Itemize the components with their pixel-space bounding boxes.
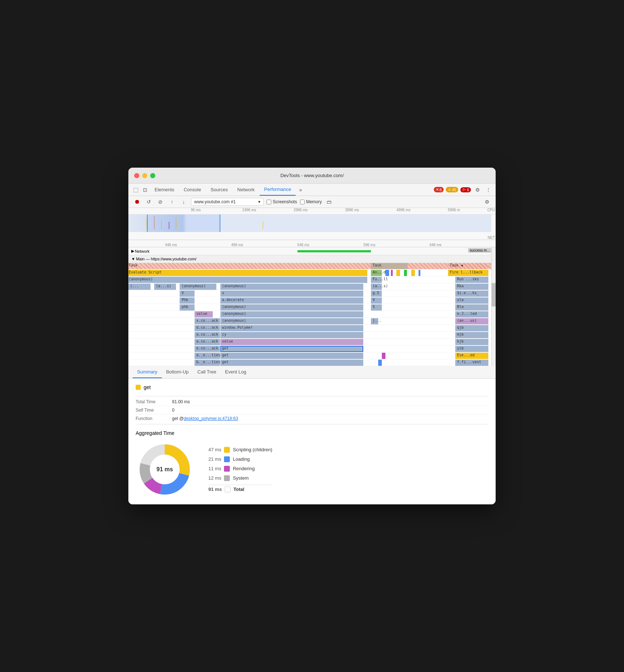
tab-bottom-up[interactable]: Bottom-Up: [162, 366, 193, 378]
scrollbar-thumb[interactable]: [492, 283, 496, 307]
overview-timeline[interactable]: 96 ms 1996 ms 2996 ms 3996 ms 4996 ms 59…: [128, 208, 496, 240]
legend-total: 91 ms Total: [208, 485, 272, 492]
system-label: System: [233, 475, 248, 481]
scripting-color: [224, 447, 230, 453]
error-badge: ✕ 8: [434, 187, 444, 192]
reload-icon[interactable]: ↺: [144, 197, 153, 206]
clear-icon[interactable]: ⊘: [156, 197, 165, 206]
main-track-header[interactable]: ▼ Main — https://www.youtube.com/: [128, 255, 496, 263]
screenshots-checkbox-label[interactable]: Screenshots: [267, 199, 297, 204]
tab-summary[interactable]: Summary: [133, 366, 162, 378]
legend-scripting: 47 ms Scripting (children): [208, 447, 272, 453]
tab-elements[interactable]: Elements: [150, 184, 179, 195]
flame-row-evaluate[interactable]: Evaluate Script An...d Fire l...llback: [128, 269, 496, 276]
rendering-ms: 11 ms: [208, 466, 221, 471]
flame-row-phb2[interactable]: phb (anonymous) S Bla: [128, 304, 496, 311]
main-expand-icon[interactable]: ▼: [130, 257, 135, 261]
flame-row-value[interactable]: value (anonymous) e.J...led: [128, 311, 496, 318]
flame-row-dco[interactable]: d.co...ack window.Polymer qjb: [128, 325, 496, 332]
tab-event-log[interactable]: Event Log: [221, 366, 251, 378]
legend-system: 12 ms System: [208, 475, 272, 481]
network-bar: [297, 250, 371, 252]
ruler-1996ms: 1996 ms: [242, 208, 256, 212]
network-track[interactable]: ▶ Network success.m...: [128, 247, 496, 255]
vertical-scrollbar[interactable]: [491, 247, 496, 366]
function-color-indicator: [136, 385, 141, 390]
flame-row-v[interactable]: V v g.S $i.e...ks_: [128, 290, 496, 297]
network-expand-icon[interactable]: ▶: [130, 249, 134, 253]
donut-chart: 91 ms: [136, 440, 194, 499]
function-label: Function: [136, 416, 172, 421]
total-ms-legend: 91 ms: [208, 487, 222, 492]
ruler-96ms: 96 ms: [191, 208, 201, 212]
warn-badge: ⚠ 45: [446, 187, 458, 192]
total-time-label: Total Time: [136, 399, 172, 404]
flame-row-xco[interactable]: x.co...ack (anonymous) j... (an...us): [128, 318, 496, 325]
loading-label: Loading: [233, 456, 249, 462]
maximize-button[interactable]: [150, 173, 155, 178]
address-bar[interactable]: www.youtube.com #1 ▾: [191, 198, 264, 206]
main-track-label: Main — https://www.youtube.com/: [135, 257, 196, 261]
rendering-color: [224, 466, 230, 472]
download-icon[interactable]: ↓: [179, 197, 188, 206]
minimize-button[interactable]: [142, 173, 147, 178]
flame-row-ae-ties[interactable]: a._e...ties get Eve...ed: [128, 352, 496, 359]
tab-performance[interactable]: Performance: [260, 184, 295, 196]
memory-icon[interactable]: 🗃: [325, 197, 333, 206]
function-name: get: [144, 384, 151, 390]
system-ms: 12 ms: [208, 475, 221, 481]
window-title: DevTools - www.youtube.com/: [280, 173, 344, 178]
self-time-row: Self Time 0: [136, 406, 488, 415]
flame-row-multi1[interactable]: (... (a...s) (anonymous) (anonymous) (a.…: [128, 283, 496, 290]
tab-call-tree[interactable]: Call Tree: [193, 366, 221, 378]
scripting-ms: 47 ms: [208, 447, 221, 452]
system-color: [224, 475, 230, 481]
net-label: NET: [488, 236, 495, 240]
settings-icon[interactable]: ⚙: [473, 185, 482, 194]
function-link[interactable]: desktop_polymer.js:4718:63: [184, 416, 238, 421]
cursor-icon[interactable]: ⬚: [131, 185, 140, 194]
tab-console[interactable]: Console: [179, 184, 205, 195]
aggregated-content: 91 ms 47 ms Scripting (children) 21 ms L…: [136, 440, 488, 499]
legend-loading: 21 ms Loading: [208, 456, 272, 462]
dropdown-icon[interactable]: ▾: [258, 199, 260, 204]
bottom-tabs: Summary Bottom-Up Call Tree Event Log: [128, 366, 496, 379]
network-item: success.m...: [468, 248, 491, 253]
cpu-label: CPU: [487, 208, 495, 212]
upload-icon[interactable]: ↑: [168, 197, 176, 206]
title-bar: DevTools - www.youtube.com/: [128, 168, 496, 184]
screenshots-checkbox[interactable]: [267, 200, 271, 204]
network-track-label: Network: [134, 249, 149, 253]
close-button[interactable]: [134, 173, 139, 178]
ruler-4996ms: 4996 ms: [396, 208, 410, 212]
loading-color: [224, 456, 230, 462]
track-area: ▶ Network success.m... ▼ Main — https://…: [128, 247, 496, 366]
flame-row-be-ties[interactable]: b._e...ties get f.fi...vent: [128, 359, 496, 366]
record-icon[interactable]: ⏺: [133, 197, 141, 206]
device-icon[interactable]: ⊡: [141, 185, 149, 194]
flame-row-phb[interactable]: Phb a.decorate V xla: [128, 297, 496, 304]
scripting-label: Scripting (children): [233, 447, 272, 452]
legend-rendering: 11 ms Rendering: [208, 466, 272, 472]
timeline-ruler: 96 ms 1996 ms 2996 ms 3996 ms 4996 ms 59…: [128, 208, 496, 215]
summary-panel: get Total Time 91.00 ms Self Time 0 Func…: [128, 379, 496, 504]
url-text: www.youtube.com #1: [194, 199, 236, 204]
ruler-3996ms: 3996 ms: [345, 208, 359, 212]
total-time-row: Total Time 91.00 ms: [136, 398, 488, 406]
tab-network[interactable]: Network: [233, 184, 259, 195]
flame-row-aco2[interactable]: a.co...ack value kjb: [128, 339, 496, 345]
flame-row-anonymous[interactable]: (anonymous) Fu...ll Run ...sks: [128, 276, 496, 283]
flame-row-aco1[interactable]: a.co...ack cy mjb: [128, 332, 496, 339]
memory-checkbox-label[interactable]: Memory: [300, 199, 322, 204]
selection-range[interactable]: [147, 215, 220, 232]
capture-settings-icon[interactable]: ⚙: [483, 197, 491, 206]
flame-row-task[interactable]: Task Task Task ◀: [128, 263, 496, 269]
more-options-icon[interactable]: ⋮: [484, 185, 493, 194]
memory-checkbox[interactable]: [300, 200, 305, 204]
flame-row-eco[interactable]: e.co...ack get yib: [128, 345, 496, 352]
total-label-legend: Total: [233, 487, 244, 492]
rendering-label: Rendering: [233, 466, 255, 471]
tab-sources[interactable]: Sources: [206, 184, 232, 195]
more-tabs-icon[interactable]: »: [296, 185, 305, 194]
donut-total-label: 91 ms: [156, 466, 173, 473]
